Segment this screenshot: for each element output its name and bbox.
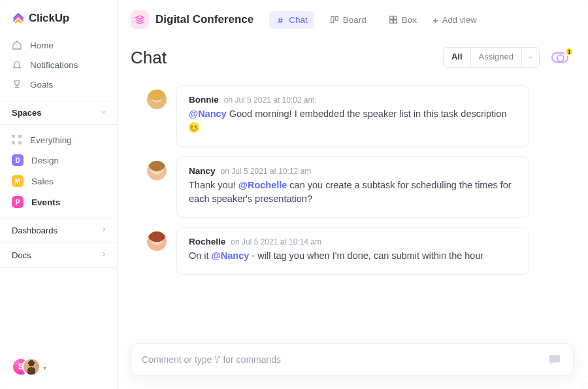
message-body: On it @Nancy - will tag you when I'm don… [189,249,517,263]
svg-rect-1 [335,16,338,20]
filters: All Assigned 1 [443,47,571,68]
messages-list: Bonnie on Jul 5 2021 at 10:02 am: @Nancy… [118,75,588,337]
project-title: Digital Conference [155,13,253,26]
row-label: Docs [12,250,31,260]
nav-goals[interactable]: Goals [0,75,117,94]
sidebar-docs[interactable]: Docs [0,243,117,268]
author: Bonnie [189,95,219,105]
mention[interactable]: @Nancy [189,109,227,119]
message[interactable]: Bonnie on Jul 5 2021 at 10:02 am: @Nancy… [176,85,529,147]
user-avatar-photo [22,358,41,376]
grid-icon [12,135,22,145]
chevron-down-icon: ▾ [43,364,46,371]
smile-emoji-icon [189,122,199,133]
space-label: Sales [31,177,54,186]
message[interactable]: Rochelle on Jul 5 2021 at 10:14 am On it… [176,227,529,275]
timestamp: on Jul 5 2021 at 10:14 am [231,237,321,246]
filter-all[interactable]: All [444,48,470,67]
space-label: Events [31,197,60,207]
app-root: ClickUp Home Notifications Goals [0,0,588,389]
mention[interactable]: @Nancy [212,250,250,261]
avatar [147,161,167,180]
message-text: On it [189,250,212,261]
page-title: Chat [131,48,167,68]
tab-box[interactable]: Box [382,11,423,29]
filter-segment: All Assigned [443,47,540,68]
filter-assigned[interactable]: Assigned [471,48,521,67]
bell-icon [12,59,22,70]
chevron-right-icon [100,226,108,235]
project-block[interactable]: Digital Conference [131,10,253,29]
sidebar: ClickUp Home Notifications Goals [0,0,118,389]
clickup-logo-icon [12,12,25,25]
avatar-stack: S [12,358,39,377]
message-text: - will tag you when I'm done, can submit… [249,250,483,261]
watchers[interactable]: 1 [551,50,571,65]
filter-dropdown[interactable] [522,48,539,67]
svg-rect-4 [390,20,393,24]
view-tabs: # Chat Board Box + Add vie [269,11,476,29]
composer-input[interactable] [142,354,547,365]
mention[interactable]: @Rochelle [238,180,287,190]
nav-label: Home [30,41,54,50]
message-body: @Nancy Good morning! I embedded the spea… [189,107,517,136]
tab-label: Chat [289,15,308,25]
main: Digital Conference # Chat Board [118,0,588,389]
tab-chat[interactable]: # Chat [269,11,314,29]
add-view[interactable]: + Add view [433,14,477,25]
space-badge: D [12,154,24,166]
add-view-label: Add view [442,15,477,25]
space-events[interactable]: P Events [0,192,117,212]
space-everything[interactable]: Everything [0,130,117,150]
svg-rect-2 [390,16,393,20]
hash-icon: # [276,15,285,24]
space-badge: M [12,175,24,187]
box-icon [389,15,398,24]
nav-label: Goals [30,80,53,90]
tab-label: Box [402,15,417,25]
timestamp: on Jul 5 2021 at 10:12 am [221,167,312,176]
space-label: Design [31,156,59,165]
message-header: Bonnie on Jul 5 2021 at 10:02 am: [189,95,517,105]
author: Rochelle [189,237,225,246]
tab-board[interactable]: Board [323,11,373,29]
sidebar-dashboards[interactable]: Dashboards [0,218,117,243]
author: Nancy [189,166,216,176]
chevron-down-icon [100,108,108,118]
chat-bubble-icon[interactable] [547,353,563,366]
tab-label: Board [343,15,367,25]
composer[interactable] [131,343,574,376]
avatar [147,90,167,109]
sidebar-footer[interactable]: S ▾ [0,350,117,389]
message-header: Nancy on Jul 5 2021 at 10:12 am [189,166,517,176]
composer-area [118,337,588,389]
space-design[interactable]: D Design [0,150,117,171]
message-text: Good morning! I embedded the speaker lis… [227,109,507,119]
message-text: Thank you! [189,180,238,190]
board-icon [330,15,339,24]
spaces-list: Everything D Design M Sales P Events [0,125,117,218]
message-header: Rochelle on Jul 5 2021 at 10:14 am [189,237,517,246]
svg-rect-5 [393,20,397,24]
spaces-header[interactable]: Spaces [0,101,117,125]
space-badge: P [12,196,24,208]
brand[interactable]: ClickUp [0,0,117,34]
timestamp: on Jul 5 2021 at 10:02 am: [224,95,317,105]
message-body: Thank you! @Rochelle can you create a su… [189,178,517,207]
home-icon [12,40,22,50]
topbar: Digital Conference # Chat Board [118,0,588,35]
chevron-right-icon [100,250,108,260]
nav-label: Notifications [30,60,78,70]
nav-notifications[interactable]: Notifications [0,55,117,75]
message[interactable]: Nancy on Jul 5 2021 at 10:12 am Thank yo… [176,156,529,218]
nav-home[interactable]: Home [0,35,117,55]
project-icon [131,10,149,29]
brand-name: ClickUp [29,12,69,25]
watchers-count: 1 [564,47,574,56]
trophy-icon [12,79,22,90]
space-sales[interactable]: M Sales [0,171,117,192]
spaces-heading-label: Spaces [12,108,42,118]
plus-icon: + [433,14,438,25]
svg-rect-0 [331,16,333,22]
row-label: Dashboards [12,226,57,235]
